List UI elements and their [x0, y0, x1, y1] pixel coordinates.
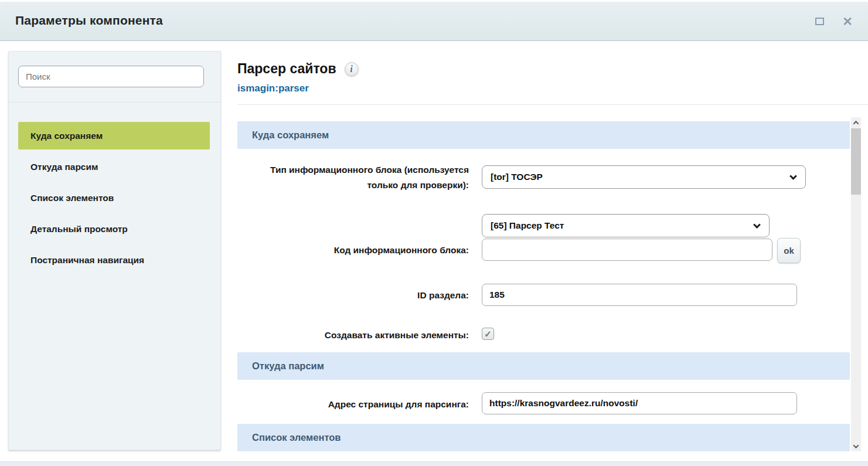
component-parameters-dialog: Параметры компонента ✕ Куда сохраняем От…: [0, 0, 868, 466]
dialog-title: Параметры компонента: [15, 2, 163, 39]
page-title: Парсер сайтов: [237, 61, 336, 77]
search-input[interactable]: [18, 66, 204, 87]
sidebar-item-otkuda-parsim[interactable]: Откуда парсим: [18, 153, 210, 181]
footer-bar: [0, 461, 868, 466]
iblock-type-select-value: [tor] ТОСЭР: [491, 172, 543, 182]
checkmark-icon: ✓: [484, 329, 492, 339]
scroll-up-button[interactable]: [851, 117, 861, 128]
section-id-label: ID раздела:: [237, 288, 469, 303]
close-icon: ✕: [842, 15, 853, 28]
dialog-titlebar: Параметры компонента ✕: [0, 2, 868, 41]
chevron-down-icon: [789, 172, 797, 180]
iblock-type-label: Тип информационного блока (используется …: [237, 162, 469, 193]
section-id-input[interactable]: [482, 284, 797, 306]
scroll-down-button[interactable]: [851, 441, 861, 451]
page-header: Парсер сайтов i: [237, 61, 359, 77]
sidebar-item-kuda-sohranyaem[interactable]: Куда сохраняем: [18, 122, 210, 149]
vertical-scrollbar[interactable]: [851, 117, 861, 451]
active-elements-label: Создавать активные элементы:: [237, 328, 469, 343]
iblock-code-select[interactable]: [65] Парсер Тест: [482, 214, 770, 237]
info-icon[interactable]: i: [345, 62, 359, 76]
close-button[interactable]: ✕: [841, 15, 854, 28]
iblock-type-select[interactable]: [tor] ТОСЭР: [482, 165, 806, 189]
parse-url-label: Адрес страницы для парсинга:: [237, 397, 469, 412]
maximize-button[interactable]: [813, 15, 826, 28]
sidebar-item-spisok-elementov[interactable]: Список элементов: [18, 184, 210, 212]
header-divider: [237, 104, 868, 105]
iblock-code-label: Код информационного блока:: [237, 243, 469, 258]
scrollbar-thumb[interactable]: [851, 128, 861, 195]
ok-button[interactable]: ok: [777, 238, 801, 263]
sidebar-item-detalnyj-prosmotr[interactable]: Детальный просмотр: [18, 215, 210, 243]
section-header-kuda-sohranyaem: Куда сохраняем: [237, 121, 850, 149]
chevron-down-icon: [853, 443, 859, 448]
sidebar-item-postranichnaya-navigaciya[interactable]: Постраничная навигация: [18, 246, 210, 274]
section-header-otkuda-parsim: Откуда парсим: [237, 352, 850, 380]
sidebar-divider: [9, 102, 220, 103]
sidebar: Куда сохраняем Откуда парсим Список элем…: [8, 51, 221, 450]
chevron-up-icon: [853, 120, 859, 126]
iblock-code-select-value: [65] Парсер Тест: [491, 220, 564, 231]
active-elements-checkbox[interactable]: ✓: [482, 328, 494, 340]
chevron-down-icon: [753, 221, 761, 229]
parse-url-input[interactable]: [482, 392, 797, 414]
section-header-spisok-elementov: Список элементов: [237, 424, 850, 451]
maximize-icon: [815, 18, 824, 25]
component-name: ismagin:parser: [237, 83, 309, 94]
window-controls: ✕: [813, 2, 854, 40]
iblock-code-input[interactable]: [482, 239, 772, 261]
